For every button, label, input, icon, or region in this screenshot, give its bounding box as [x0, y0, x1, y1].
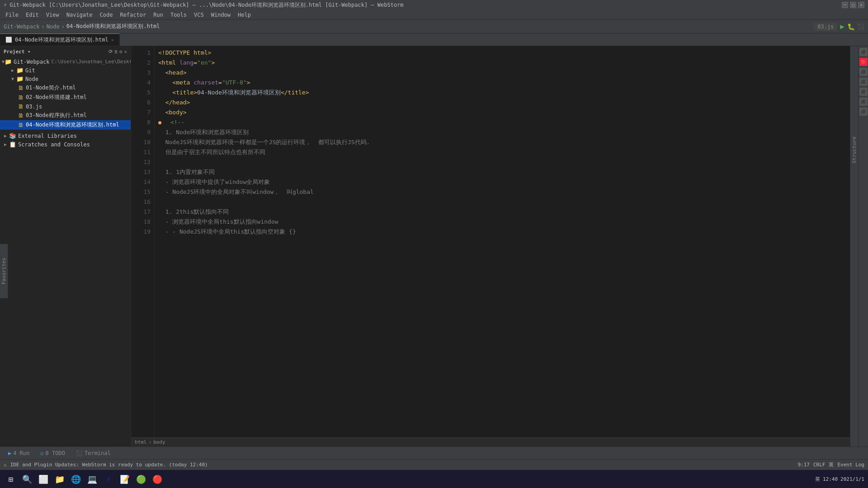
run-tab[interactable]: ▶ 4 Run: [4, 449, 34, 457]
todo-tab[interactable]: ☑ 0 TODO: [36, 449, 70, 457]
tree-item-file-01[interactable]: 🗎 01-Node简介.html: [0, 83, 131, 93]
file-explorer-icon[interactable]: 📁: [52, 472, 67, 486]
right-icon-7[interactable]: ⬛: [859, 108, 868, 116]
start-button[interactable]: ⊞: [4, 472, 18, 486]
menu-run[interactable]: Run: [150, 11, 167, 19]
taskbar: ⊞ 🔍 ⬜ 📁 🌐 💻 ⚡ 📝 🟢 🔴 英 12:40 2021/1/1: [0, 470, 868, 488]
tree-label: Scratches and Consoles: [18, 141, 90, 148]
right-icons-panel: ⬛ 🔴 ⬛ ⬛ ⬛ ⬛ ⬛: [858, 46, 868, 446]
vscode-icon[interactable]: 💻: [85, 472, 99, 486]
menu-file[interactable]: File: [2, 11, 22, 19]
tree-label: Git: [25, 67, 35, 74]
menu-view[interactable]: View: [42, 11, 63, 19]
terminal-tab-label: Terminal: [85, 450, 111, 456]
breadcrumb-file[interactable]: 04-Node环境和浏览器环境区别.html: [66, 23, 160, 30]
right-icon-3[interactable]: ⬛: [859, 68, 868, 76]
tree-item-git-webpack[interactable]: ▼ 📁 Git-Webpack C:\Users\Jonathan_Lee\De…: [0, 57, 131, 66]
search-button[interactable]: 🔍: [20, 472, 34, 486]
tree-item-node[interactable]: ▼ 📁 Node: [0, 75, 131, 83]
tree-arrow: ▼: [9, 76, 16, 81]
folder-icon: 📁: [16, 67, 24, 74]
minimize-button[interactable]: ─: [842, 2, 848, 8]
tree-item-git[interactable]: ▶ 📁 Git: [0, 66, 131, 75]
scratches-icon: 📋: [9, 141, 16, 148]
html-file-icon: 🗎: [18, 112, 24, 119]
html-file-icon: 🗎: [18, 94, 24, 101]
close-button[interactable]: ✕: [858, 2, 864, 8]
code-editor[interactable]: <!DOCTYPE html> <html lang="en"> <head> …: [155, 46, 850, 446]
folder-icon: 📁: [5, 58, 12, 65]
code-line-16: [158, 197, 846, 207]
tree-item-external-libraries[interactable]: ▶ 📚 External Libraries: [0, 131, 131, 140]
tab-main-file[interactable]: ⬜ 04-Node环境和浏览器环境区别.html ✕: [0, 33, 120, 46]
task-icon-5[interactable]: 📝: [118, 472, 132, 486]
tree-item-file-04[interactable]: 🗎 04-Node环境和浏览器环境区别.html: [0, 120, 131, 130]
tab-close-button[interactable]: ✕: [111, 38, 114, 42]
menu-vcs[interactable]: VCS: [190, 11, 208, 19]
sidebar-settings-icon[interactable]: ⚙: [119, 49, 123, 55]
tab-file-icon: ⬜: [5, 37, 12, 43]
debug-button[interactable]: 🐛: [847, 23, 855, 30]
right-icon-5[interactable]: ⬛: [859, 88, 868, 96]
code-line-14: - 浏览器环境中提供了window全局对象: [158, 177, 846, 187]
js-file-icon: 🗎: [18, 103, 24, 110]
tree-arrow: ▶: [2, 142, 9, 147]
menu-tools[interactable]: Tools: [167, 11, 190, 19]
code-line-4: <meta charset="UTF-8">: [158, 78, 846, 88]
title-bar: ⚡ Git-Webpack [C:\Users\Jonathan_Lee\Des…: [0, 0, 868, 10]
right-icon-1[interactable]: ⬛: [859, 48, 868, 56]
code-line-8: ● <!--: [158, 117, 846, 127]
menu-window[interactable]: Window: [208, 11, 234, 19]
run-config: 03.js: [814, 23, 837, 31]
menu-help[interactable]: Help: [234, 11, 255, 19]
webstorm-icon[interactable]: ⚡: [101, 472, 116, 486]
status-warning-icon: ⚠: [4, 462, 7, 468]
run-button[interactable]: ▶: [840, 22, 844, 31]
menu-edit[interactable]: Edit: [22, 11, 42, 19]
todo-icon: ☑: [40, 450, 43, 456]
chrome-icon[interactable]: 🌐: [69, 472, 83, 486]
code-line-7: <body>: [158, 108, 846, 117]
right-icon-4[interactable]: ⬛: [859, 78, 868, 86]
code-line-19: - - NodeJS环境中全局this默认指向空对象 {}: [158, 227, 846, 237]
terminal-tab[interactable]: ⬛ Terminal: [71, 449, 115, 457]
tree-path: C:\Users\Jonathan_Lee\Desktop\Git-We: [52, 59, 131, 65]
sidebar-close-icon[interactable]: ✕: [124, 49, 127, 55]
sidebar-sync-icon[interactable]: ⟳: [108, 49, 113, 55]
tree-item-file-03js[interactable]: 🗎 03.js: [0, 102, 131, 111]
menu-code[interactable]: Code: [96, 11, 117, 19]
coverage-button[interactable]: ⬛: [858, 23, 864, 30]
breadcrumb-node[interactable]: Node: [47, 23, 60, 30]
event-log[interactable]: Event Log: [837, 462, 864, 468]
task-icon-7[interactable]: 🔴: [150, 472, 165, 486]
menu-refactor[interactable]: Refactor: [116, 11, 150, 19]
editor-area[interactable]: 1 2 3 4 5 6 7 8 9 10 11 12 13 14 15 16 1…: [131, 46, 850, 446]
editor-breadcrumb: html › body: [131, 437, 850, 446]
sidebar-collapse-icon[interactable]: ≡: [114, 49, 118, 55]
tree-item-file-03[interactable]: 🗎 03-Node程序执行.html: [0, 111, 131, 120]
breadcrumb: Git-Webpack › Node › 04-Node环境和浏览器环境区别.h…: [4, 23, 160, 30]
taskview-button[interactable]: ⬜: [36, 472, 51, 486]
toolbar: Git-Webpack › Node › 04-Node环境和浏览器环境区别.h…: [0, 20, 868, 33]
maximize-button[interactable]: □: [850, 2, 856, 8]
menu-navigate[interactable]: Navigate: [63, 11, 96, 19]
structure-panel: Structure: [850, 46, 858, 446]
library-icon: 📚: [9, 132, 16, 139]
tab-label: 04-Node环境和浏览器环境区别.html: [15, 36, 108, 44]
taskbar-date: 2021/1/1: [840, 476, 864, 482]
breadcrumb-root[interactable]: Git-Webpack: [4, 23, 39, 30]
tree-item-scratches[interactable]: ▶ 📋 Scratches and Consoles: [0, 140, 131, 149]
status-message: IDE and Plugin Updates: WebStorm is read…: [10, 462, 208, 468]
app-icon: ⚡: [4, 2, 7, 8]
right-icon-6[interactable]: ⬛: [859, 98, 868, 106]
bottom-tab-bar: ▶ 4 Run ☑ 0 TODO ⬛ Terminal: [0, 446, 868, 459]
structure-label: Structure: [851, 136, 857, 164]
code-line-17: 1. 2this默认指向不同: [158, 207, 846, 217]
right-icon-2[interactable]: 🔴: [859, 58, 868, 66]
tree-item-file-02[interactable]: 🗎 02-Node环境搭建.html: [0, 93, 131, 102]
html-file-icon: 🗎: [18, 84, 24, 91]
task-icon-6[interactable]: 🟢: [134, 472, 148, 486]
tree-label: Git-Webpack: [14, 59, 49, 65]
code-line-1: <!DOCTYPE html>: [158, 48, 846, 58]
code-line-3: <head>: [158, 68, 846, 78]
